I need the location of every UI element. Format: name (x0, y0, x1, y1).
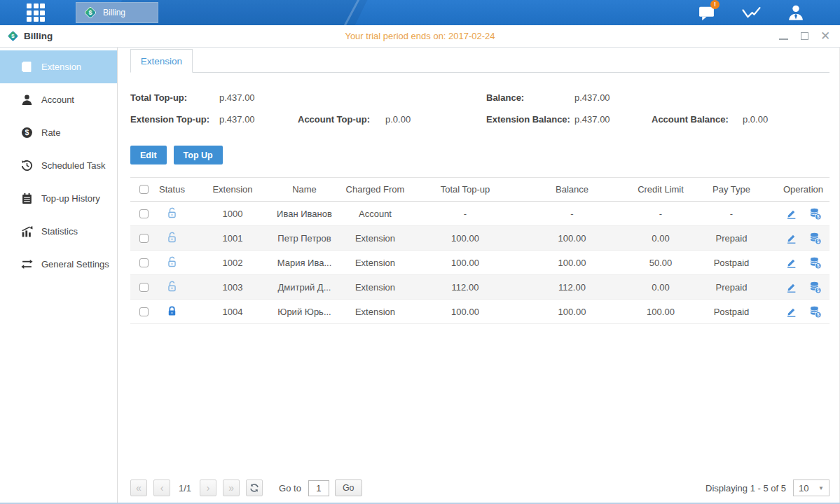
sidebar-item-general-settings[interactable]: General Settings (0, 248, 117, 281)
balance-label: Balance: (486, 92, 574, 103)
history-icon (21, 192, 33, 204)
sidebar-item-account[interactable]: Account (0, 83, 117, 116)
balance-cell: 112.00 (515, 282, 629, 293)
row-checkbox[interactable] (139, 283, 149, 292)
name-cell: Дмитрий Д... (274, 282, 335, 293)
account-topup-label: Account Top-up: (298, 114, 385, 125)
maximize-icon[interactable] (799, 31, 809, 41)
extension-balance-label: Extension Balance: (486, 114, 574, 125)
charged-from-cell: Extension (335, 282, 415, 293)
name-cell: Мария Ива... (274, 258, 335, 268)
total-topup-value: p.437.00 (219, 92, 298, 103)
topup-coins-icon[interactable]: $ (808, 232, 822, 245)
row-checkbox[interactable] (139, 209, 149, 218)
goto-page-input[interactable] (308, 480, 329, 496)
table-row: 1002 Мария Ива... Extension 100.00 100.0… (130, 251, 829, 275)
table-row: 1000 Иван Иванов Account - - - - $ (130, 202, 829, 226)
user-icon (787, 4, 805, 22)
credit-limit-cell: - (629, 209, 692, 219)
total-topup-label: Total Top-up: (130, 92, 219, 103)
svg-text:$: $ (817, 214, 820, 220)
edit-pencil-icon[interactable] (785, 208, 797, 220)
close-icon[interactable]: ✕ (820, 31, 830, 41)
select-all-checkbox[interactable] (139, 185, 149, 194)
user-account-icon[interactable] (785, 2, 806, 23)
sidebar-item-scheduled-task[interactable]: Scheduled Task (0, 149, 117, 182)
apps-grid-icon[interactable] (27, 4, 45, 22)
billing-diamond-icon: $ (7, 30, 19, 42)
extension-cell: 1001 (191, 233, 274, 244)
column-header-pay-type: Pay Type (692, 184, 771, 195)
page-indicator: 1/1 (179, 483, 191, 493)
topbar-decoration-line (340, 0, 363, 25)
go-button[interactable]: Go (335, 479, 362, 496)
svg-text:$: $ (817, 239, 820, 244)
window-title-group: $ Billing (7, 30, 53, 42)
page-size-select[interactable]: 10 ▼ (793, 479, 829, 496)
account-balance-value: p.0.00 (743, 114, 820, 125)
table-row: 1003 Дмитрий Д... Extension 112.00 112.0… (130, 275, 829, 300)
lock-open-icon (166, 206, 178, 221)
edit-pencil-icon[interactable] (785, 306, 797, 318)
billing-app-window: $ Billing ! $ Billing Your trial period … (0, 0, 840, 504)
topup-coins-icon[interactable]: $ (808, 281, 822, 294)
charged-from-cell: Extension (335, 258, 415, 268)
next-page-button[interactable]: › (200, 479, 216, 496)
extensions-table: StatusExtensionNameCharged FromTotal Top… (130, 177, 829, 324)
refresh-icon (249, 483, 259, 493)
charged-from-cell: Extension (335, 307, 415, 317)
sidebar-item-top-up-history[interactable]: Top-up History (0, 182, 117, 215)
tab-extension[interactable]: Extension (130, 49, 193, 73)
total-topup-cell: 100.00 (415, 233, 515, 244)
edit-pencil-icon[interactable] (785, 257, 797, 269)
sidebar-item-extension[interactable]: Extension (0, 50, 117, 83)
chart-icon (741, 4, 762, 22)
pay-type-cell: Postpaid (692, 307, 771, 317)
taskbar-tab-billing[interactable]: $ Billing (76, 2, 158, 23)
top-up-button[interactable]: Top Up (174, 146, 223, 164)
trial-notice: Your trial period ends on: 2017-02-24 (345, 31, 495, 41)
topup-coins-icon[interactable]: $ (808, 256, 822, 270)
topup-coins-icon[interactable]: $ (808, 207, 822, 220)
prev-page-button[interactable]: ‹ (153, 479, 170, 496)
sidebar-item-rate[interactable]: $ Rate (0, 116, 117, 149)
tab-strip: Extension (130, 49, 829, 73)
total-topup-cell: 100.00 (415, 258, 515, 268)
page-size-value: 10 (799, 483, 808, 493)
sidebar-item-label: Statistics (41, 226, 78, 237)
displaying-status: Displaying 1 - 5 of 5 (705, 483, 786, 493)
first-page-button[interactable]: « (130, 479, 147, 496)
table-header: StatusExtensionNameCharged FromTotal Top… (130, 177, 829, 202)
row-checkbox[interactable] (139, 307, 149, 316)
minimize-icon[interactable] (778, 31, 788, 41)
topup-coins-icon[interactable]: $ (808, 305, 822, 318)
refresh-button[interactable] (246, 479, 263, 496)
row-checkbox[interactable] (139, 234, 149, 243)
extension-cell: 1000 (191, 209, 274, 219)
edit-pencil-icon[interactable] (785, 281, 797, 293)
column-header-status: Status (153, 184, 191, 195)
svg-text:$: $ (817, 312, 820, 318)
credit-limit-cell: 50.00 (629, 258, 692, 268)
monitor-chart-icon[interactable] (741, 2, 762, 23)
svg-text:$: $ (88, 9, 92, 16)
name-cell: Юрий Юрь... (274, 307, 335, 317)
table-row: 1004 Юрий Юрь... Extension 100.00 100.00… (130, 300, 829, 324)
notifications-chat-icon[interactable]: ! (696, 2, 717, 23)
balance-value: p.437.00 (574, 92, 652, 103)
sidebar-item-label: Account (41, 94, 74, 105)
task-icon (21, 160, 33, 172)
row-checkbox[interactable] (139, 258, 149, 267)
extension-topup-label: Extension Top-up: (130, 114, 219, 125)
extension-cell: 1004 (191, 307, 274, 317)
edit-pencil-icon[interactable] (785, 232, 797, 244)
edit-button[interactable]: Edit (130, 146, 167, 164)
charged-from-cell: Account (335, 209, 415, 219)
last-page-button[interactable]: » (223, 479, 240, 496)
lock-open-icon (166, 255, 178, 270)
account-topup-value: p.0.00 (385, 114, 469, 125)
sidebar-item-statistics[interactable]: Statistics (0, 215, 117, 248)
goto-label: Go to (279, 483, 301, 493)
svg-text:$: $ (11, 33, 15, 39)
total-topup-cell: - (415, 209, 515, 219)
